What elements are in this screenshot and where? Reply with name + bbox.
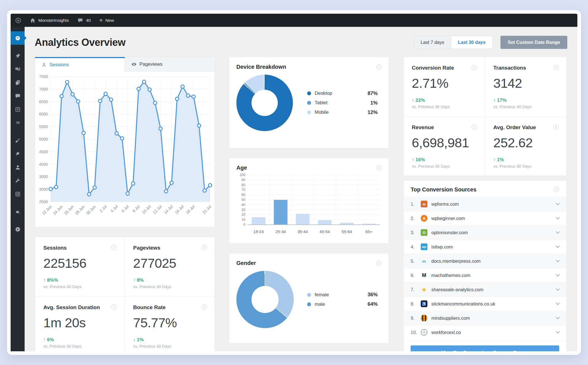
comments-icon xyxy=(15,93,21,99)
chevron-down-icon[interactable] xyxy=(556,287,560,291)
sidebar-item-pages[interactable] xyxy=(11,76,25,89)
legend-dot xyxy=(307,91,311,95)
chevron-down-icon[interactable] xyxy=(556,215,560,219)
svg-text:21 Jul: 21 Jul xyxy=(201,204,212,215)
info-icon[interactable] xyxy=(553,124,559,130)
source-row[interactable]: 5. m docs.memberpress.com xyxy=(403,254,566,268)
sidebar-item-appearance-brush[interactable] xyxy=(11,134,25,147)
legend-dot xyxy=(307,110,311,114)
source-rank: 5. xyxy=(411,259,421,264)
sidebar-item-ta-plugin[interactable]: TA xyxy=(11,116,25,129)
source-domain: machothemes.com xyxy=(431,273,470,278)
gender-title: Gender xyxy=(236,260,256,266)
source-row[interactable]: 10. workforcexl.co xyxy=(403,325,566,339)
set-custom-date-range-button[interactable]: Set Custom Date Range xyxy=(500,36,567,49)
view-top-conversions-report-button[interactable]: View Top Conversions Sources Report xyxy=(411,345,559,351)
source-row[interactable]: 1. w wpforms.com xyxy=(403,197,566,211)
stat-card-bounce-rate: Bounce Rate 75.77% ↓ 1% vs. Previous 30 … xyxy=(125,297,215,351)
sidebar-item-downloads[interactable] xyxy=(11,103,25,116)
sidebar-item-settings-sliders[interactable] xyxy=(11,187,25,201)
info-icon[interactable] xyxy=(111,245,117,250)
svg-text:20: 20 xyxy=(241,213,245,217)
svg-text:3000: 3000 xyxy=(39,187,48,191)
sidebar-item-video-play[interactable] xyxy=(11,222,25,236)
chevron-down-icon[interactable] xyxy=(556,201,560,205)
plugins-plug-icon xyxy=(15,151,21,157)
comments-menu[interactable]: 40 xyxy=(77,17,91,23)
source-domain: mindsuppliers.com xyxy=(431,316,470,321)
info-icon[interactable] xyxy=(201,245,207,250)
svg-text:4000: 4000 xyxy=(39,162,48,167)
info-icon[interactable] xyxy=(553,65,559,70)
source-row[interactable]: 9. mindsuppliers.com xyxy=(403,311,566,325)
source-row[interactable]: 3. O optinmonster.com xyxy=(403,225,566,240)
stat-label: Avg. Session Duration xyxy=(43,304,100,311)
source-rank: 2. xyxy=(411,216,421,221)
stat-comparison-label: vs. Previous 30 Days xyxy=(43,285,117,289)
chevron-down-icon[interactable] xyxy=(556,272,560,276)
chevron-down-icon[interactable] xyxy=(556,301,560,305)
svg-text:4 Jul: 4 Jul xyxy=(110,204,119,213)
tab-pageviews[interactable]: Pageviews xyxy=(125,57,215,72)
info-icon[interactable] xyxy=(472,65,477,70)
wp-favicon-icon: wp xyxy=(421,243,427,250)
svg-text:35-44: 35-44 xyxy=(298,229,308,234)
stat-card-pageviews: Pageviews 277025 ↑ 8% vs. Previous 30 Da… xyxy=(125,237,215,297)
info-icon[interactable] xyxy=(376,165,382,170)
info-icon[interactable] xyxy=(472,124,477,130)
stat-comparison-label: vs. Previous 30 Days xyxy=(133,344,207,349)
plus-icon: + xyxy=(99,17,103,23)
source-row[interactable]: 8. ♿ stickmancommunications.co.uk xyxy=(403,297,566,311)
source-domain: shareasale-analytics.com xyxy=(431,287,483,292)
stat-comparison-label: vs. Previous 30 Days xyxy=(412,105,477,109)
source-row[interactable]: 2. B wpbeginner.com xyxy=(403,211,566,225)
stat-value: 3142 xyxy=(493,75,559,91)
tools-wrench-icon xyxy=(15,178,21,184)
dashboard-content: Analytics Overview Last 7 days Last 30 d… xyxy=(25,27,577,351)
legend-item: Mobile 12% xyxy=(307,110,378,115)
sidebar-item-creature-plugin[interactable] xyxy=(11,205,25,218)
svg-text:TA: TA xyxy=(16,121,20,124)
page-title: Analytics Overview xyxy=(35,37,126,48)
info-icon[interactable] xyxy=(201,304,207,310)
chevron-down-icon[interactable] xyxy=(556,230,560,234)
tab-sessions[interactable]: Sessions xyxy=(35,57,125,72)
chevron-down-icon[interactable] xyxy=(556,315,560,319)
sidebar-item-posts-pin[interactable] xyxy=(11,49,25,62)
info-icon[interactable] xyxy=(376,260,382,266)
stat-value: 6,698,981 xyxy=(412,135,477,150)
info-icon[interactable] xyxy=(554,187,559,192)
last-30-days-button[interactable]: Last 30 days xyxy=(451,36,492,49)
chevron-down-icon[interactable] xyxy=(556,258,560,262)
source-rank: 9. xyxy=(411,316,421,321)
source-rank: 10. xyxy=(411,330,421,335)
source-row[interactable]: 6. M machothemes.com xyxy=(403,268,566,282)
legend-label: male xyxy=(315,302,368,307)
stat-delta: ↓ 1% xyxy=(133,337,207,343)
sidebar-item-users[interactable] xyxy=(11,160,25,174)
legend-dot xyxy=(307,302,311,306)
legend-item: Desktop 87% xyxy=(307,91,378,96)
svg-text:6 Jul: 6 Jul xyxy=(121,204,130,213)
source-domain: wpforms.com xyxy=(431,202,459,207)
sidebar-item-media[interactable] xyxy=(11,62,25,76)
chevron-down-icon[interactable] xyxy=(556,330,560,333)
globe-favicon-icon xyxy=(421,329,427,336)
sidebar-item-plugins-plug[interactable] xyxy=(11,147,25,160)
sidebar-item-tools-wrench[interactable] xyxy=(11,174,25,187)
info-icon[interactable] xyxy=(376,64,382,70)
creature-plugin-icon xyxy=(15,209,21,215)
last-7-days-button[interactable]: Last 7 days xyxy=(414,36,451,49)
info-icon[interactable] xyxy=(111,304,117,310)
new-content-menu[interactable]: + New xyxy=(99,17,114,23)
source-row[interactable]: 7. ★ shareasale-analytics.com xyxy=(403,282,566,297)
stat-comparison-label: vs. Previous 30 Days xyxy=(493,164,559,169)
legend-label: Mobile xyxy=(315,110,368,115)
sidebar-item-comments[interactable] xyxy=(11,89,25,103)
source-row[interactable]: 4. wp isitwp.com xyxy=(403,240,566,254)
site-home-menu[interactable]: MonsterInsights xyxy=(30,17,69,23)
wp-logo-menu[interactable]: W xyxy=(15,17,21,23)
chevron-down-icon[interactable] xyxy=(556,244,560,248)
svg-text:55-64: 55-64 xyxy=(342,229,352,234)
sidebar-item-dashboard[interactable] xyxy=(11,31,25,45)
